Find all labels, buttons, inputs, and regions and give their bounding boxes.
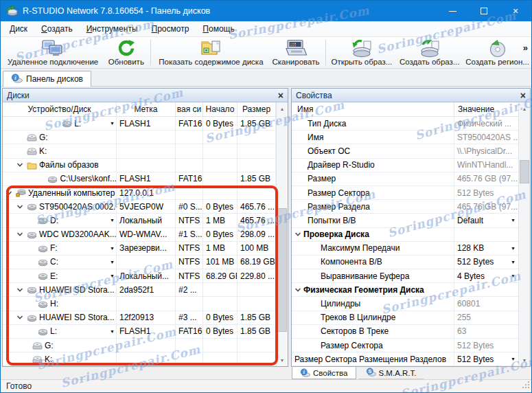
menu-view[interactable]: Просмотр — [145, 22, 196, 36]
value-dropdown-icon[interactable]: ▼ — [511, 246, 516, 251]
property-row[interactable]: Выравнивание Буфера4 Bytes▼ — [292, 269, 518, 283]
group-chevron-icon[interactable] — [294, 287, 301, 293]
property-row[interactable]: Размер Раздела465.76 GB (97... — [292, 200, 518, 214]
expand-chevron-icon[interactable] — [5, 190, 14, 196]
disk-row[interactable]: H: — [3, 297, 276, 311]
close-panel-icon[interactable]: × — [278, 91, 284, 100]
toolbar-overflow-button[interactable]: » — [523, 43, 528, 53]
value-dropdown-icon[interactable]: ▼ — [511, 260, 516, 265]
menu-help[interactable]: Помощь — [196, 22, 241, 36]
resize-grip[interactable] — [522, 381, 530, 391]
column-header-filesystem[interactable]: вая си — [176, 102, 203, 116]
disk-row[interactable]: L:▼FLASH1FAT160 Bytes1.85 GB — [3, 117, 276, 131]
group-chevron-icon[interactable] — [294, 231, 301, 238]
property-row[interactable]: Физическая Геометрия Диска — [292, 283, 518, 297]
disk-row[interactable]: L:▼FLASH1FAT160 Bytes1.85 GB — [3, 325, 276, 339]
expand-chevron-icon[interactable] — [16, 161, 25, 168]
disk-row[interactable]: ST9500420AS 0002...5VJEGP0W#0 S...0 Byte… — [3, 200, 276, 214]
maximize-button[interactable] — [468, 1, 500, 21]
scroll-down-icon[interactable]: ▼ — [519, 355, 530, 366]
minimize-button[interactable] — [437, 1, 468, 21]
property-row[interactable]: Объект ОС\\.\PhysicalDr... — [292, 144, 518, 158]
property-value[interactable]: Default▼ — [454, 214, 518, 227]
volume-dropdown-icon[interactable]: ▼ — [110, 218, 115, 223]
column-header-value[interactable]: Значение — [454, 102, 518, 116]
device-name: C: — [50, 257, 58, 267]
column-header-label[interactable]: Метка — [117, 102, 176, 116]
disk-row[interactable]: C:▼NTFS101 MB68.19 GB — [3, 256, 276, 269]
expand-chevron-icon[interactable] — [16, 231, 25, 238]
properties-scrollbar[interactable]: ▲ ▼ — [518, 102, 530, 366]
value-dropdown-icon[interactable]: ▼ — [511, 273, 516, 278]
disk-row[interactable]: D:▼ЛокальныйNTFS1 MB465.76 ... — [3, 214, 276, 227]
close-panel-icon[interactable]: × — [520, 91, 526, 100]
property-row[interactable]: Размер465.76 GB (97... — [292, 172, 518, 186]
disk-row[interactable]: K: — [3, 144, 276, 158]
scan-button[interactable]: Сканировать — [268, 37, 323, 68]
scrollbar-thumb[interactable] — [520, 160, 529, 183]
property-row[interactable]: Максимум Передачи128 KB▼ — [292, 242, 518, 256]
scrollbar-thumb[interactable] — [277, 208, 287, 332]
menu-create[interactable]: Создать — [34, 22, 80, 36]
property-value[interactable]: 512 Bytes▼ — [454, 352, 518, 366]
disk-row[interactable]: HUAWEI SD Stora...12f20913#3 ...0 Bytes1… — [3, 311, 276, 325]
value-dropdown-icon[interactable]: ▼ — [511, 218, 516, 223]
start-cell — [203, 172, 238, 186]
property-row[interactable]: Цилиндры60801 — [292, 297, 518, 311]
open-image-button[interactable]: Открыть образ... — [327, 37, 395, 68]
volume-dropdown-icon[interactable]: ▼ — [110, 329, 115, 334]
property-row[interactable]: Треков В Цилиндре255 — [292, 311, 518, 325]
disk-row[interactable]: WDC WD3200AAK...WD-WMAV...#1 S...0 Bytes… — [3, 228, 276, 242]
property-row[interactable]: Размер Сектора512 Bytes — [292, 186, 518, 200]
disk-row[interactable]: G: — [3, 339, 276, 352]
property-value[interactable]: 4 Bytes▼ — [454, 269, 518, 282]
volume-dropdown-icon[interactable]: ▼ — [110, 121, 115, 126]
disk-row[interactable]: HUAWEI SD Stora...2da952f1#2 ... — [3, 283, 276, 297]
create-image-button[interactable]: Создать образ... — [395, 37, 463, 68]
tab-disk-panel[interactable]: i Панель дисков — [3, 71, 91, 87]
label-cell: FLASH1 — [117, 325, 176, 338]
close-button[interactable]: × — [500, 1, 531, 21]
property-row[interactable]: Драйвер R-StudioWinNT\Handl... — [292, 159, 518, 172]
disks-scrollbar[interactable]: ▲ ▼ — [276, 102, 288, 366]
tab-smart[interactable]: S S.M.A.R.T. — [358, 367, 424, 379]
filesystem-cell — [176, 339, 203, 352]
show-disk-content-button[interactable]: Показать содержимое диска — [153, 37, 268, 68]
value-dropdown-icon[interactable]: ▼ — [511, 357, 516, 361]
property-value[interactable]: 128 KB▼ — [454, 242, 518, 255]
property-row[interactable]: ИмяST9500420AS ... — [292, 131, 518, 144]
expand-chevron-icon[interactable] — [16, 203, 25, 210]
expand-chevron-icon[interactable] — [16, 287, 25, 293]
create-region-button[interactable]: Создать регион... — [463, 37, 531, 68]
property-row[interactable]: Секторов В Треке63 — [292, 325, 518, 339]
disk-row[interactable]: G: — [3, 131, 276, 144]
disk-row[interactable]: E:▼Локальный...NTFS68.29 GB229.80 ... — [3, 269, 276, 283]
column-header-size[interactable]: Размер — [238, 102, 276, 116]
disk-row[interactable]: C:\Users\konf...FLASH1FAT161.85 GB — [3, 172, 276, 186]
property-row[interactable]: Проверка Диска — [292, 228, 518, 242]
scroll-down-icon[interactable]: ▼ — [277, 355, 288, 366]
property-row[interactable]: Тип ДискаФизический ... — [292, 117, 518, 131]
refresh-button[interactable]: Обновить — [104, 37, 148, 68]
property-row[interactable]: Попытки В/ВDefault▼ — [292, 214, 518, 227]
property-row[interactable]: Размер Сектора512 Bytes — [292, 339, 518, 352]
remote-connection-button[interactable]: Удаленное подключение — [2, 37, 104, 68]
scroll-up-icon[interactable]: ▲ — [277, 103, 288, 114]
volume-dropdown-icon[interactable]: ▼ — [110, 246, 115, 251]
expand-chevron-icon[interactable] — [16, 314, 25, 321]
property-value[interactable]: 512 Bytes▼ — [454, 256, 518, 269]
disk-row[interactable]: F:▼Зарезерви...NTFS1 MB100 MB — [3, 242, 276, 256]
disk-row[interactable]: K: — [3, 352, 276, 366]
column-header-name[interactable]: Имя — [292, 102, 454, 116]
property-row[interactable]: Размер Сектора Размещения Разделов512 By… — [292, 352, 518, 366]
scroll-up-icon[interactable]: ▲ — [519, 103, 530, 114]
menu-tools[interactable]: Инструменты — [80, 22, 145, 36]
disk-row[interactable]: Удаленный компьютер127.0.0.1 — [3, 186, 276, 200]
property-row[interactable]: Компонента В/В512 Bytes▼ — [292, 256, 518, 269]
menu-disk[interactable]: Диск — [3, 22, 34, 36]
disk-row[interactable]: Файлы образов — [3, 159, 276, 172]
volume-dropdown-icon[interactable]: ▼ — [110, 260, 115, 265]
column-header-start[interactable]: Начало — [203, 102, 238, 116]
tab-properties[interactable]: i Свойства — [292, 367, 356, 379]
volume-dropdown-icon[interactable]: ▼ — [110, 273, 115, 278]
